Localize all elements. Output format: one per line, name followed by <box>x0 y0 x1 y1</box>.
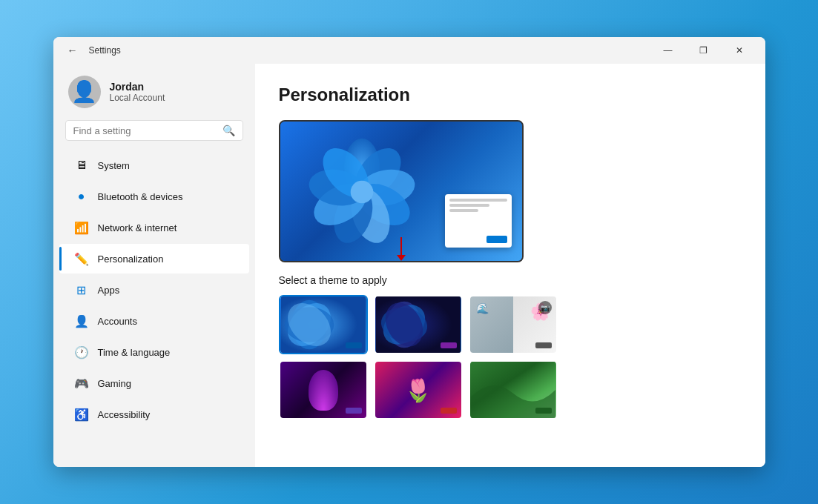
network-icon: 📶 <box>74 220 89 235</box>
title-bar-left: ← Settings <box>62 40 651 61</box>
avatar-icon: 👤 <box>71 82 97 102</box>
theme-item-6[interactable] <box>469 360 558 420</box>
page-title: Personalization <box>279 84 742 105</box>
theme-item-2[interactable] <box>374 295 463 354</box>
window-title: Settings <box>89 45 121 56</box>
search-box[interactable]: 🔍 <box>65 120 243 141</box>
theme-item-3[interactable]: 🌸 🌊 📷 <box>469 295 558 354</box>
system-icon: 🖥 <box>74 158 89 173</box>
avatar: 👤 <box>68 76 101 108</box>
nav-item-system[interactable]: 🖥 System <box>59 150 249 180</box>
theme-preview-large <box>279 120 524 262</box>
theme-preview-6 <box>470 362 556 418</box>
network-label: Network & internet <box>98 222 177 233</box>
gaming-label: Gaming <box>98 378 132 389</box>
bluetooth-label: Bluetooth & devices <box>98 191 183 202</box>
nav-item-gaming[interactable]: 🎮 Gaming <box>59 368 249 398</box>
nav-item-bluetooth[interactable]: ● Bluetooth & devices <box>59 182 249 211</box>
personalization-label: Personalization <box>98 253 164 265</box>
nav-item-personalization[interactable]: ✏️ Personalization <box>59 244 249 273</box>
gradient-decoration: 🌊 <box>476 302 489 314</box>
svg-point-9 <box>350 181 373 204</box>
nav-item-apps[interactable]: ⊞ Apps <box>59 275 249 305</box>
accessibility-label: Accessibility <box>98 409 151 420</box>
arrow-head <box>397 255 406 261</box>
gaming-icon: 🎮 <box>74 376 89 391</box>
personalization-icon: ✏️ <box>74 251 89 266</box>
theme-item-1[interactable] <box>279 295 368 354</box>
theme-preview-3: 🌸 🌊 📷 <box>470 296 556 353</box>
user-section[interactable]: 👤 Jordan Local Account <box>53 64 255 117</box>
win11-flower-svg <box>295 129 429 255</box>
camera-icon: 📷 <box>538 301 552 314</box>
theme-2-btn <box>441 342 457 348</box>
theme-5-btn <box>441 408 457 414</box>
accessibility-icon: ♿ <box>74 407 89 422</box>
preview-dialog <box>445 194 512 248</box>
dialog-button <box>486 236 507 243</box>
theme-preview-5: 🌷 <box>375 362 461 418</box>
search-icon: 🔍 <box>222 125 235 136</box>
theme-preview-2 <box>375 296 461 353</box>
sidebar: 👤 Jordan Local Account 🔍 🖥 System ● Blue… <box>53 64 255 467</box>
dialog-line-1 <box>449 199 507 202</box>
dialog-line-3 <box>449 209 478 212</box>
theme-item-4[interactable] <box>279 360 368 420</box>
glow-shape <box>309 370 338 411</box>
apps-label: Apps <box>98 285 120 296</box>
theme-preview-1 <box>280 296 366 353</box>
user-name: Jordan <box>110 81 165 93</box>
settings-window: ← Settings — ❐ ✕ 👤 Jordan Local Account <box>53 37 765 467</box>
accounts-label: Accounts <box>98 316 137 327</box>
search-input[interactable] <box>73 125 218 136</box>
maximize-button[interactable]: ❐ <box>687 39 721 62</box>
bluetooth-icon: ● <box>74 189 89 204</box>
theme-preview-4 <box>280 362 366 418</box>
close-button[interactable]: ✕ <box>722 39 756 62</box>
time-label: Time & language <box>98 347 171 358</box>
user-info: Jordan Local Account <box>110 81 165 103</box>
nav-item-time[interactable]: 🕐 Time & language <box>59 337 249 367</box>
accounts-icon: 👤 <box>74 314 89 328</box>
theme-3-btn <box>535 342 552 348</box>
arrow-indicator <box>397 237 406 261</box>
theme-6-btn <box>535 408 552 414</box>
user-type: Local Account <box>110 93 165 103</box>
theme-1-btn <box>346 342 362 348</box>
back-button[interactable]: ← <box>62 40 83 61</box>
main-content: Personalization <box>255 64 765 467</box>
nav-item-network[interactable]: 📶 Network & internet <box>59 213 249 242</box>
title-bar: ← Settings — ❐ ✕ <box>53 37 765 64</box>
nav-item-accessibility[interactable]: ♿ Accessibility <box>59 399 249 429</box>
theme-item-5[interactable]: 🌷 <box>374 360 463 420</box>
time-icon: 🕐 <box>74 345 89 359</box>
content-area: 👤 Jordan Local Account 🔍 🖥 System ● Blue… <box>53 64 765 467</box>
nav-item-accounts[interactable]: 👤 Accounts <box>59 306 249 336</box>
system-label: System <box>98 160 130 171</box>
flower-shape: 🌷 <box>404 377 432 403</box>
minimize-button[interactable]: — <box>651 39 685 62</box>
theme-4-btn <box>346 408 362 414</box>
themes-grid: 🌸 🌊 📷 🌷 <box>279 295 742 420</box>
apps-icon: ⊞ <box>74 282 89 297</box>
dialog-line-2 <box>449 204 490 207</box>
arrow-shaft <box>400 237 402 255</box>
window-controls: — ❐ ✕ <box>651 39 756 62</box>
select-theme-label: Select a theme to apply <box>279 274 742 286</box>
